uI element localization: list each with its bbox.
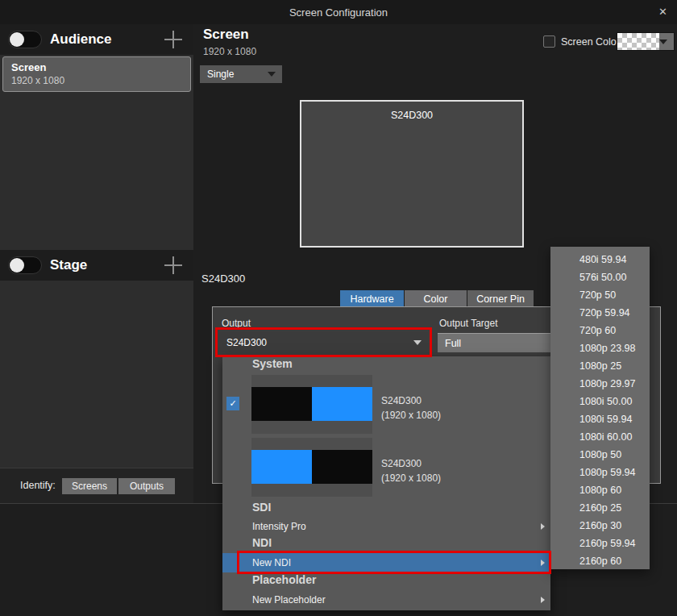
tab-hardware[interactable]: Hardware xyxy=(340,290,404,308)
output-target-dropdown[interactable]: Full xyxy=(438,333,550,352)
submenu-item[interactable]: 1080p 50 xyxy=(550,446,650,464)
transparency-checker-icon xyxy=(617,33,659,50)
menu-section-system: System xyxy=(252,357,293,370)
tab-corner-pin[interactable]: Corner Pin xyxy=(467,290,534,308)
submenu-item[interactable]: 2160p 25 xyxy=(550,499,650,517)
preview-display-name: S24D300 xyxy=(301,110,522,121)
submenu-item[interactable]: 720p 59.94 xyxy=(550,304,650,322)
submenu-item[interactable]: 720p 60 xyxy=(550,322,650,339)
display-arrangement-icon xyxy=(251,387,372,421)
close-icon[interactable]: ✕ xyxy=(658,6,667,18)
menu-section-sdi: SDI xyxy=(252,501,271,514)
screen-color-swatch-dropdown[interactable] xyxy=(617,32,675,51)
display-arrangement-icon xyxy=(251,450,372,484)
display-2-name: S24D300 xyxy=(381,456,441,471)
menu-section-placeholder: Placeholder xyxy=(252,573,316,586)
screen-configuration-window: Screen Configuration ✕ Audience Screen 1… xyxy=(0,0,677,616)
submenu-item[interactable]: 1080p 29.97 xyxy=(550,375,650,393)
arrangement-value: Single xyxy=(200,69,268,80)
submenu-item[interactable]: 2160p 60 xyxy=(550,552,650,570)
identify-label: Identify: xyxy=(20,480,56,491)
stage-toggle[interactable] xyxy=(8,256,42,274)
submenu-item[interactable]: 1080i 59.94 xyxy=(550,410,650,428)
audience-label: Audience xyxy=(50,31,112,48)
submenu-item[interactable]: 720p 50 xyxy=(550,286,650,304)
display-2-label: S24D300 (1920 x 1080) xyxy=(381,456,441,485)
menu-item-intensity-pro[interactable]: Intensity Pro xyxy=(222,518,550,535)
tab-color[interactable]: Color xyxy=(405,290,467,308)
stage-header: Stage xyxy=(0,250,193,281)
chevron-down-icon xyxy=(268,72,276,77)
main-screen-title: Screen xyxy=(203,27,249,43)
submenu-item[interactable]: 480i 59.94 xyxy=(550,251,650,268)
selected-monitor-icon xyxy=(312,387,372,421)
submenu-item[interactable]: 1080i 60.00 xyxy=(550,428,650,446)
output-section-title: S24D300 xyxy=(201,273,245,285)
submenu-item[interactable]: 1080p 59.94 xyxy=(550,464,650,481)
submenu-item[interactable]: 1080p 25 xyxy=(550,357,650,375)
display-2-resolution: (1920 x 1080) xyxy=(381,471,441,485)
output-target-label: Output Target xyxy=(439,318,498,329)
add-stage-screen-icon[interactable] xyxy=(164,256,182,274)
settings-tabs: Hardware Color Corner Pin xyxy=(340,290,534,308)
swatch-arrow-section xyxy=(659,33,674,50)
secondary-monitor-icon xyxy=(251,387,312,421)
sidebar-item-screen[interactable]: Screen 1920 x 1080 xyxy=(2,56,191,92)
toggle-knob-icon xyxy=(10,258,24,273)
menu-section-ndi: NDI xyxy=(252,536,272,549)
chevron-down-icon xyxy=(659,40,667,44)
submenu-item[interactable]: 2160p 30 xyxy=(550,517,650,535)
selected-monitor-icon xyxy=(251,450,312,484)
window-title: Screen Configuration xyxy=(289,6,388,19)
identify-bar: Identify: Screens Outputs xyxy=(0,468,193,504)
check-icon: ✓ xyxy=(226,397,239,410)
submenu-item[interactable]: 576i 50.00 xyxy=(550,268,650,286)
menu-item-new-placeholder[interactable]: New Placeholder xyxy=(222,591,550,609)
display-1-resolution: (1920 x 1080) xyxy=(381,408,441,422)
submenu-item[interactable]: 1080p 23.98 xyxy=(550,339,650,357)
sidebar: Audience Screen 1920 x 1080 Stage Identi… xyxy=(0,24,193,504)
annotation-output-dropdown-highlight xyxy=(215,327,432,357)
menu-item-display-2[interactable] xyxy=(251,438,372,497)
screen-item-resolution: 1920 x 1080 xyxy=(11,75,182,86)
titlebar: Screen Configuration ✕ xyxy=(0,0,677,24)
toggle-knob-icon xyxy=(10,32,24,47)
display-1-name: S24D300 xyxy=(381,393,441,408)
display-1-label: S24D300 (1920 x 1080) xyxy=(381,393,441,422)
identify-outputs-button[interactable]: Outputs xyxy=(118,478,175,494)
output-target-value: Full xyxy=(438,338,550,349)
resolution-submenu: 480i 59.94 576i 50.00 720p 50 720p 59.94… xyxy=(550,247,650,569)
secondary-monitor-icon xyxy=(312,450,372,484)
submenu-item[interactable]: 1080p 60 xyxy=(550,481,650,499)
add-audience-screen-icon[interactable] xyxy=(164,31,182,48)
audience-header: Audience xyxy=(0,24,193,55)
screen-color-label: Screen Color xyxy=(561,36,620,48)
stage-label: Stage xyxy=(50,257,87,273)
identify-screens-button[interactable]: Screens xyxy=(62,478,117,494)
menu-item-display-1[interactable] xyxy=(251,375,372,434)
screen-item-title: Screen xyxy=(11,61,182,73)
submenu-arrow-icon xyxy=(541,523,545,530)
submenu-item[interactable]: 2160p 59.94 xyxy=(550,535,650,552)
submenu-item[interactable]: 1080i 50.00 xyxy=(550,393,650,410)
submenu-arrow-icon xyxy=(541,597,545,603)
audience-toggle[interactable] xyxy=(8,31,42,48)
screen-color-checkbox[interactable] xyxy=(543,35,555,48)
screen-preview[interactable]: S24D300 xyxy=(300,100,524,248)
annotation-new-ndi-highlight xyxy=(237,551,551,574)
arrangement-dropdown[interactable]: Single xyxy=(200,65,282,83)
main-screen-resolution: 1920 x 1080 xyxy=(203,46,256,57)
